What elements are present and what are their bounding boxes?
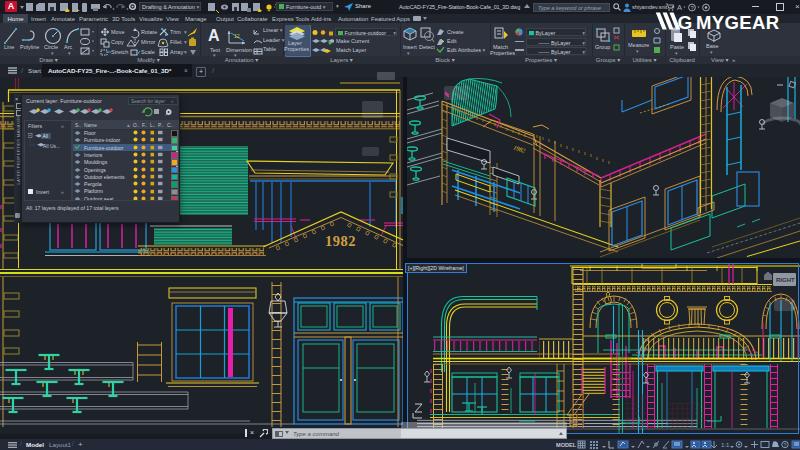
svg-text:12: 12 xyxy=(234,33,240,39)
svg-text:RIGHT: RIGHT xyxy=(776,277,795,283)
svg-text:MYGEAR: MYGEAR xyxy=(696,12,780,32)
svg-text:All Us...: All Us... xyxy=(43,143,60,149)
svg-text:?: ? xyxy=(784,442,787,448)
svg-text:1:1: 1:1 xyxy=(721,442,730,448)
svg-text:G: G xyxy=(678,12,693,32)
svg-text:1982: 1982 xyxy=(325,233,356,249)
svg-text:1982: 1982 xyxy=(513,144,526,154)
svg-text:All: All xyxy=(43,133,49,139)
